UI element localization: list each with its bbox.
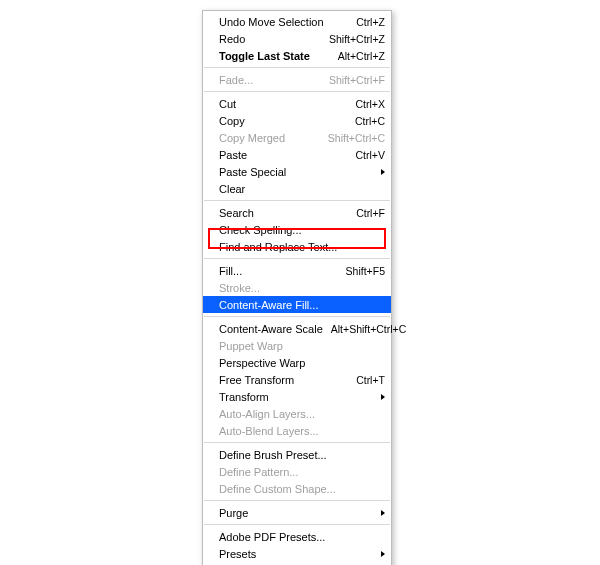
menu-item-label: Stroke... <box>219 282 385 294</box>
menu-item-transform[interactable]: Transform <box>203 388 391 405</box>
menu-item-shortcut: Alt+Shift+Ctrl+C <box>323 323 407 335</box>
menu-item-fade: Fade...Shift+Ctrl+F <box>203 71 391 88</box>
menu-item-shortcut: Shift+Ctrl+C <box>320 132 385 144</box>
menu-item-auto-align: Auto-Align Layers... <box>203 405 391 422</box>
menu-divider <box>204 500 390 501</box>
menu-item-puppet-warp: Puppet Warp <box>203 337 391 354</box>
menu-item-label: Redo <box>219 33 321 45</box>
menu-item-label: Paste <box>219 149 348 161</box>
menu-divider <box>204 67 390 68</box>
menu-item-shortcut: Ctrl+C <box>347 115 385 127</box>
menu-item-content-aware-scale[interactable]: Content-Aware ScaleAlt+Shift+Ctrl+C <box>203 320 391 337</box>
menu-item-label: Copy <box>219 115 347 127</box>
menu-item-stroke: Stroke... <box>203 279 391 296</box>
menu-item-label: Adobe PDF Presets... <box>219 531 385 543</box>
menu-item-toggle-last-state[interactable]: Toggle Last StateAlt+Ctrl+Z <box>203 47 391 64</box>
menu-item-label: Presets <box>219 548 385 560</box>
menu-item-shortcut: Shift+Ctrl+F <box>321 74 385 86</box>
menu-item-define-custom-shape: Define Custom Shape... <box>203 480 391 497</box>
menu-divider <box>204 200 390 201</box>
menu-item-paste[interactable]: PasteCtrl+V <box>203 146 391 163</box>
menu-item-copy-merged: Copy MergedShift+Ctrl+C <box>203 129 391 146</box>
menu-item-paste-special[interactable]: Paste Special <box>203 163 391 180</box>
menu-item-shortcut: Ctrl+X <box>348 98 385 110</box>
menu-item-define-pattern: Define Pattern... <box>203 463 391 480</box>
menu-item-label: Undo Move Selection <box>219 16 348 28</box>
menu-item-label: Toggle Last State <box>219 50 330 62</box>
menu-item-check-spelling[interactable]: Check Spelling... <box>203 221 391 238</box>
menu-item-cut[interactable]: CutCtrl+X <box>203 95 391 112</box>
menu-item-label: Fade... <box>219 74 321 86</box>
menu-divider <box>204 524 390 525</box>
menu-item-adobe-pdf-presets[interactable]: Adobe PDF Presets... <box>203 528 391 545</box>
menu-item-shortcut: Shift+Ctrl+Z <box>321 33 385 45</box>
menu-item-label: Purge <box>219 507 385 519</box>
menu-item-purge[interactable]: Purge <box>203 504 391 521</box>
menu-item-label: Transform <box>219 391 385 403</box>
menu-item-copy[interactable]: CopyCtrl+C <box>203 112 391 129</box>
submenu-arrow-icon <box>381 169 385 175</box>
menu-item-label: Cut <box>219 98 348 110</box>
menu-item-content-aware-fill[interactable]: Content-Aware Fill... <box>203 296 391 313</box>
menu-item-label: Find and Replace Text... <box>219 241 385 253</box>
menu-item-search[interactable]: SearchCtrl+F <box>203 204 391 221</box>
menu-item-label: Define Brush Preset... <box>219 449 385 461</box>
menu-item-label: Free Transform <box>219 374 348 386</box>
menu-item-label: Paste Special <box>219 166 385 178</box>
menu-divider <box>204 442 390 443</box>
menu-item-label: Auto-Blend Layers... <box>219 425 385 437</box>
menu-item-label: Check Spelling... <box>219 224 385 236</box>
menu-item-label: Define Pattern... <box>219 466 385 478</box>
submenu-arrow-icon <box>381 510 385 516</box>
menu-item-perspective-warp[interactable]: Perspective Warp <box>203 354 391 371</box>
menu-item-shortcut: Shift+F5 <box>338 265 385 277</box>
edit-menu: Undo Move SelectionCtrl+ZRedoShift+Ctrl+… <box>202 10 392 565</box>
menu-item-shortcut: Ctrl+T <box>348 374 385 386</box>
menu-item-shortcut: Alt+Ctrl+Z <box>330 50 385 62</box>
menu-item-fill[interactable]: Fill...Shift+F5 <box>203 262 391 279</box>
submenu-arrow-icon <box>381 394 385 400</box>
menu-item-label: Auto-Align Layers... <box>219 408 385 420</box>
menu-item-shortcut: Ctrl+Z <box>348 16 385 28</box>
menu-item-label: Fill... <box>219 265 338 277</box>
menu-item-label: Content-Aware Scale <box>219 323 323 335</box>
menu-divider <box>204 91 390 92</box>
menu-item-label: Puppet Warp <box>219 340 385 352</box>
menu-item-undo-move-selection[interactable]: Undo Move SelectionCtrl+Z <box>203 13 391 30</box>
menu-item-auto-blend: Auto-Blend Layers... <box>203 422 391 439</box>
menu-item-redo[interactable]: RedoShift+Ctrl+Z <box>203 30 391 47</box>
menu-item-label: Content-Aware Fill... <box>219 299 385 311</box>
menu-divider <box>204 258 390 259</box>
menu-item-shortcut: Ctrl+F <box>348 207 385 219</box>
menu-item-label: Copy Merged <box>219 132 320 144</box>
menu-item-label: Perspective Warp <box>219 357 385 369</box>
menu-item-label: Search <box>219 207 348 219</box>
menu-item-shortcut: Ctrl+V <box>348 149 385 161</box>
menu-divider <box>204 316 390 317</box>
menu-item-clear[interactable]: Clear <box>203 180 391 197</box>
menu-item-label: Clear <box>219 183 385 195</box>
menu-item-free-transform[interactable]: Free TransformCtrl+T <box>203 371 391 388</box>
menu-item-find-replace[interactable]: Find and Replace Text... <box>203 238 391 255</box>
menu-item-define-brush[interactable]: Define Brush Preset... <box>203 446 391 463</box>
menu-item-presets[interactable]: Presets <box>203 545 391 562</box>
menu-item-label: Define Custom Shape... <box>219 483 385 495</box>
submenu-arrow-icon <box>381 551 385 557</box>
